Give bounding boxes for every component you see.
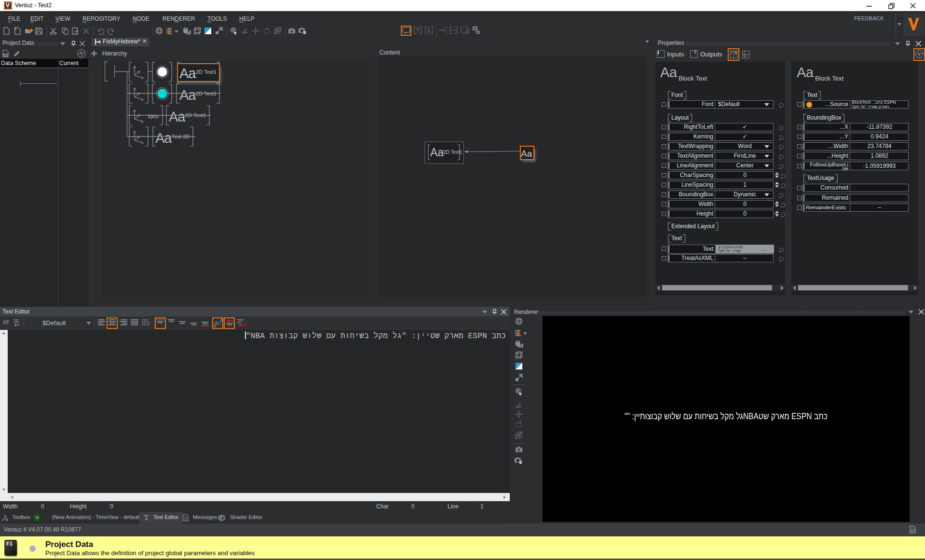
svg-text:2D Text1: 2D Text1	[443, 150, 462, 155]
svg-text:kjklu: kjklu	[148, 113, 159, 119]
svg-text:Aa: Aa	[179, 66, 196, 81]
svg-text:AV: AV	[214, 320, 221, 326]
svg-text:Aa: Aa	[430, 146, 444, 159]
svg-text:Aa: Aa	[521, 149, 532, 159]
svg-text:2D Text1: 2D Text1	[196, 69, 217, 75]
svg-text:Aa: Aa	[169, 109, 186, 124]
svg-text:Aa: Aa	[179, 87, 196, 103]
svg-text:Aa: Aa	[155, 130, 172, 146]
